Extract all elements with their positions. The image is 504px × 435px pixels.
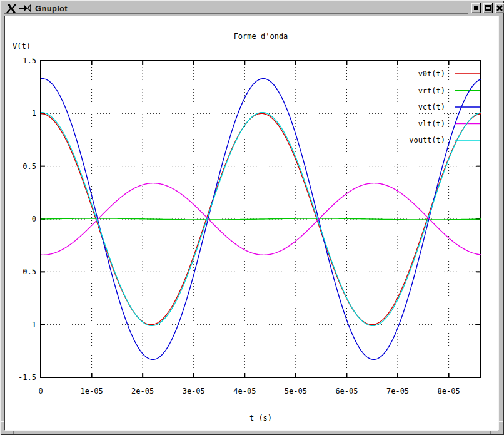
y-tick-label: 1.5 — [5, 56, 36, 65]
y-tick-label: -1.5 — [5, 373, 36, 382]
minimize-button[interactable] — [471, 3, 481, 13]
chart-title: Forme d'onda — [41, 32, 481, 41]
x-tick-label: 1e-05 — [73, 387, 111, 396]
legend-label: vct(t) — [308, 103, 445, 111]
x-tick-label: 7e-05 — [379, 387, 416, 396]
x-tick-label: 6e-05 — [328, 387, 365, 396]
x-tick-label: 2e-05 — [124, 387, 161, 396]
x-tick-label: 3e-05 — [175, 387, 213, 396]
x-tick-label: 5e-05 — [277, 387, 315, 396]
legend-label: voutt(t) — [308, 136, 445, 145]
x-tick-label: 4e-05 — [226, 387, 263, 396]
x-tick-label: 0 — [22, 387, 59, 396]
window-resize-edge-bottom[interactable] — [0, 430, 504, 435]
title-bar[interactable]: Gnuplot — [4, 3, 468, 14]
window-resize-edge-right[interactable] — [498, 0, 504, 435]
plot-canvas[interactable]: Forme d'onda V(t) t (s) v0t(t) vrt(t) vc… — [5, 16, 498, 430]
plot-svg — [5, 16, 498, 430]
legend-label: vrt(t) — [308, 86, 445, 95]
window-resize-edge-left[interactable] — [0, 0, 5, 435]
y-tick-label: -1 — [5, 320, 36, 329]
gnuplot-window: Gnuplot Forme d'onda V(t) t (s) v0t(t) v… — [0, 0, 504, 435]
y-tick-label: 0.5 — [5, 162, 36, 171]
x11-logo-icon — [6, 3, 18, 13]
pin-icon — [19, 3, 31, 13]
minimize-icon — [474, 6, 478, 10]
legend-label: vlt(t) — [308, 120, 445, 128]
y-tick-label: -0.5 — [5, 267, 36, 276]
close-button[interactable] — [495, 3, 504, 13]
resize-notch — [499, 421, 503, 421]
y-tick-label: 0 — [5, 215, 36, 223]
maximize-button[interactable] — [483, 3, 493, 13]
resize-notch — [1, 421, 4, 421]
close-icon — [496, 5, 503, 11]
maximize-icon — [485, 5, 491, 11]
resize-notch — [490, 431, 491, 434]
y-axis-label: V(t) — [13, 42, 31, 51]
x-tick-label: 8e-05 — [430, 387, 468, 396]
window-title: Gnuplot — [35, 4, 68, 13]
resize-notch — [13, 431, 14, 434]
x-axis-label: t (s) — [41, 414, 481, 422]
legend-label: v0t(t) — [308, 69, 445, 78]
y-tick-label: 1 — [5, 109, 36, 118]
